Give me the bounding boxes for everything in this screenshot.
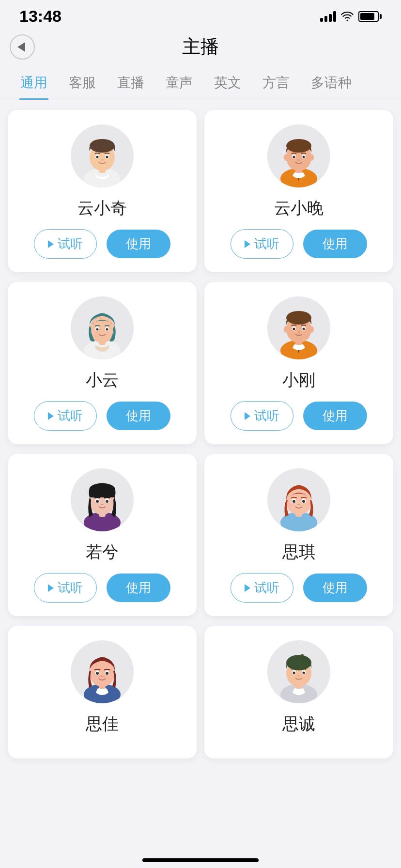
voice-name-sijia: 思佳 [86,713,119,735]
tab-english[interactable]: 英文 [203,66,252,100]
card-actions-siqi: 试听 使用 [231,573,367,603]
use-button-yunxiaoqi[interactable]: 使用 [107,230,170,258]
back-button[interactable] [10,34,35,60]
signal-icon [320,11,336,22]
listen-button-yunxiaoqi[interactable]: 试听 [34,229,97,259]
svg-point-27 [106,328,108,331]
avatar-ruofen [71,468,134,531]
svg-point-74 [293,672,295,674]
svg-point-39 [293,328,295,330]
use-button-ruofen[interactable]: 使用 [107,574,170,602]
svg-point-35 [309,326,314,333]
listen-button-xiaoyun[interactable]: 试听 [34,401,97,431]
play-icon-3 [48,412,54,420]
svg-point-7 [96,156,99,158]
card-actions-yunxiaoqi: 试听 使用 [34,229,170,259]
svg-point-47 [96,500,99,503]
listen-button-xiaogang[interactable]: 试听 [231,401,293,431]
tab-child[interactable]: 童声 [155,66,203,100]
voice-card-sijia: 思佳 [8,626,197,759]
wifi-icon [341,12,354,21]
svg-point-48 [106,500,108,503]
avatar-sicheng [267,640,330,703]
voice-card-xiaogang: 小刚 试听 使用 [204,282,393,444]
voice-row-2: 小云 试听 使用 [8,282,393,444]
tab-general[interactable]: 通用 [10,66,58,100]
tab-customer[interactable]: 客服 [58,66,107,100]
voice-row-4: 思佳 [8,626,393,759]
voice-name-yunxiaoqi: 云小奇 [77,197,127,219]
voice-card-siqi: 思琪 试听 使用 [204,454,393,616]
avatar-siqi [267,468,330,531]
listen-button-yunxiaowan[interactable]: 试听 [231,229,293,259]
avatar-yunxiaowan [267,124,330,187]
voice-name-yunxiaowan: 云小晚 [274,197,324,219]
avatar-yunxiaoqi [71,124,134,187]
use-button-xiaogang[interactable]: 使用 [303,402,367,430]
svg-point-55 [293,500,295,503]
voice-name-xiaogang: 小刚 [282,369,315,391]
status-icons [320,11,382,22]
status-bar: 13:48 [0,0,401,30]
play-icon-4 [245,412,250,420]
avatar-xiaogang [267,296,330,359]
voice-name-siqi: 思琪 [282,541,315,563]
svg-point-18 [293,156,295,158]
page-title: 主播 [182,34,219,59]
svg-point-19 [303,156,305,158]
status-time: 13:48 [19,7,62,26]
card-actions-xiaogang: 试听 使用 [231,401,367,431]
tab-multilang[interactable]: 多语种 [300,66,362,100]
back-arrow-icon [17,42,25,52]
tab-bar: 通用 客服 直播 童声 英文 方言 多语种 [0,66,401,100]
play-icon-2 [245,240,250,248]
card-actions-xiaoyun: 试听 使用 [34,401,170,431]
voice-name-xiaoyun: 小云 [86,369,119,391]
card-actions-ruofen: 试听 使用 [34,573,170,603]
home-indicator [142,858,259,862]
listen-button-ruofen[interactable]: 试听 [34,573,97,603]
svg-point-14 [309,154,314,161]
card-actions-yunxiaowan: 试听 使用 [231,229,367,259]
svg-point-34 [284,326,289,333]
svg-point-13 [284,154,289,161]
svg-point-28 [91,330,96,334]
listen-button-siqi[interactable]: 试听 [231,573,293,603]
use-button-xiaoyun[interactable]: 使用 [107,402,170,430]
voice-card-ruofen: 若兮 试听 使用 [8,454,197,616]
use-button-yunxiaowan[interactable]: 使用 [303,230,367,258]
voice-row-1: 云小奇 试听 使用 [8,110,393,272]
voice-name-ruofen: 若兮 [86,541,119,563]
header: 主播 [0,30,401,66]
use-button-siqi[interactable]: 使用 [303,574,367,602]
content-area: 云小奇 试听 使用 [0,100,401,768]
voice-row-3: 若兮 试听 使用 [8,454,393,616]
svg-point-57 [287,502,293,506]
svg-point-8 [106,156,108,158]
voice-card-sicheng: 思诚 [204,626,393,759]
voice-name-sicheng: 思诚 [282,713,315,735]
avatar-xiaoyun [71,296,134,359]
tab-live[interactable]: 直播 [107,66,155,100]
svg-point-65 [96,672,99,675]
svg-point-75 [303,672,305,674]
play-icon [48,240,54,248]
play-icon-6 [245,584,250,592]
svg-point-56 [302,500,305,503]
voice-card-yunxiaoqi: 云小奇 试听 使用 [8,110,197,272]
voice-card-yunxiaowan: 云小晚 试听 使用 [204,110,393,272]
svg-point-29 [108,330,114,334]
svg-point-40 [303,328,305,330]
svg-point-58 [305,502,310,506]
tab-dialect[interactable]: 方言 [252,66,300,100]
battery-icon [358,11,382,22]
svg-point-66 [106,672,108,675]
voice-card-xiaoyun: 小云 试听 使用 [8,282,197,444]
play-icon-5 [48,584,54,592]
avatar-sijia [71,640,134,703]
svg-point-26 [96,328,99,331]
